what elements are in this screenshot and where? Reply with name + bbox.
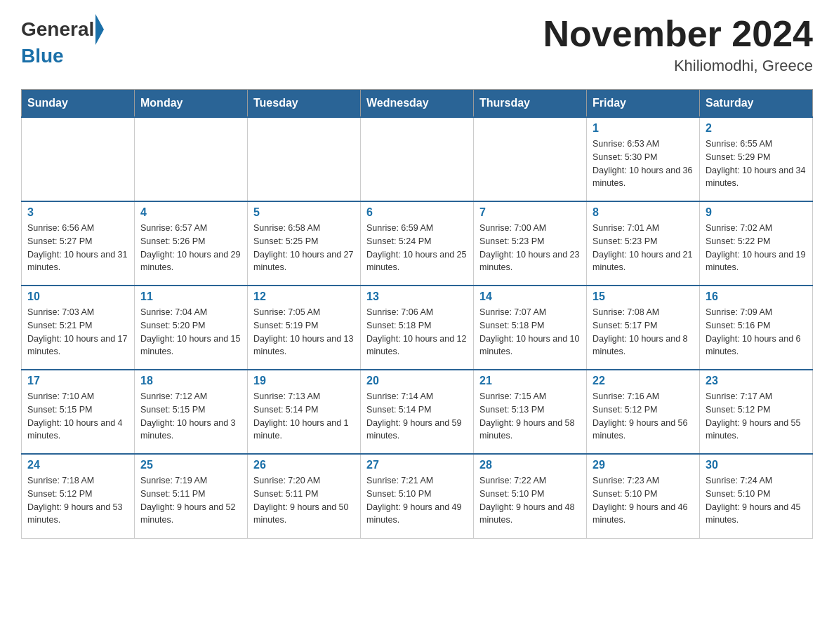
- day-number: 26: [253, 459, 355, 471]
- day-info: Sunrise: 7:19 AMSunset: 5:11 PMDaylight:…: [140, 474, 241, 527]
- calendar-cell-w1d2: [248, 117, 361, 201]
- day-number: 23: [706, 375, 807, 387]
- header-monday: Monday: [135, 90, 248, 118]
- calendar-cell-w4d4: 21Sunrise: 7:15 AMSunset: 5:13 PMDayligh…: [474, 370, 587, 454]
- day-number: 14: [479, 290, 581, 303]
- week-row-5: 24Sunrise: 7:18 AMSunset: 5:12 PMDayligh…: [22, 454, 813, 538]
- day-number: 13: [366, 290, 468, 303]
- week-row-3: 10Sunrise: 7:03 AMSunset: 5:21 PMDayligh…: [22, 286, 813, 370]
- calendar-cell-w2d0: 3Sunrise: 6:56 AMSunset: 5:27 PMDaylight…: [22, 201, 135, 286]
- month-title: November 2024: [543, 14, 813, 54]
- day-info: Sunrise: 6:59 AMSunset: 5:24 PMDaylight:…: [366, 222, 468, 274]
- calendar-cell-w1d5: 1Sunrise: 6:53 AMSunset: 5:30 PMDaylight…: [587, 117, 700, 201]
- day-number: 2: [706, 122, 807, 135]
- location-title: Khiliomodhi, Greece: [543, 57, 813, 75]
- day-number: 8: [593, 206, 694, 219]
- calendar-cell-w1d1: [135, 117, 248, 201]
- calendar-cell-w1d6: 2Sunrise: 6:55 AMSunset: 5:29 PMDaylight…: [700, 117, 813, 201]
- calendar-cell-w2d5: 8Sunrise: 7:01 AMSunset: 5:23 PMDaylight…: [587, 201, 700, 286]
- day-info: Sunrise: 7:20 AMSunset: 5:11 PMDaylight:…: [253, 474, 355, 527]
- calendar-title-area: November 2024 Khiliomodhi, Greece: [543, 14, 813, 75]
- calendar-cell-w1d4: [474, 117, 587, 201]
- calendar-cell-w3d4: 14Sunrise: 7:07 AMSunset: 5:18 PMDayligh…: [474, 286, 587, 370]
- calendar-cell-w4d0: 17Sunrise: 7:10 AMSunset: 5:15 PMDayligh…: [22, 370, 135, 454]
- calendar-cell-w1d0: [22, 117, 135, 201]
- calendar-cell-w5d6: 30Sunrise: 7:24 AMSunset: 5:10 PMDayligh…: [700, 454, 813, 538]
- header-sunday: Sunday: [22, 90, 135, 118]
- header-friday: Friday: [587, 90, 700, 118]
- calendar-cell-w5d5: 29Sunrise: 7:23 AMSunset: 5:10 PMDayligh…: [587, 454, 700, 538]
- day-info: Sunrise: 7:21 AMSunset: 5:10 PMDaylight:…: [366, 474, 468, 527]
- day-info: Sunrise: 7:15 AMSunset: 5:13 PMDaylight:…: [479, 390, 581, 443]
- day-info: Sunrise: 7:24 AMSunset: 5:10 PMDaylight:…: [706, 474, 807, 527]
- day-number: 24: [27, 459, 128, 471]
- calendar-cell-w5d0: 24Sunrise: 7:18 AMSunset: 5:12 PMDayligh…: [22, 454, 135, 538]
- calendar-cell-w1d3: [361, 117, 474, 201]
- calendar-cell-w3d3: 13Sunrise: 7:06 AMSunset: 5:18 PMDayligh…: [361, 286, 474, 370]
- day-number: 18: [140, 375, 241, 387]
- day-info: Sunrise: 7:01 AMSunset: 5:23 PMDaylight:…: [593, 222, 694, 274]
- weekday-header-row: Sunday Monday Tuesday Wednesday Thursday…: [22, 90, 813, 118]
- calendar-cell-w5d4: 28Sunrise: 7:22 AMSunset: 5:10 PMDayligh…: [474, 454, 587, 538]
- day-info: Sunrise: 7:04 AMSunset: 5:20 PMDaylight:…: [140, 306, 241, 358]
- day-number: 29: [593, 459, 694, 471]
- day-number: 1: [593, 122, 694, 135]
- day-info: Sunrise: 6:55 AMSunset: 5:29 PMDaylight:…: [706, 137, 807, 190]
- day-number: 16: [706, 290, 807, 303]
- week-row-1: 1Sunrise: 6:53 AMSunset: 5:30 PMDaylight…: [22, 117, 813, 201]
- day-info: Sunrise: 7:17 AMSunset: 5:12 PMDaylight:…: [706, 390, 807, 443]
- logo: General Blue: [21, 14, 104, 67]
- day-info: Sunrise: 7:10 AMSunset: 5:15 PMDaylight:…: [27, 390, 128, 443]
- day-number: 5: [253, 206, 355, 219]
- calendar-cell-w2d2: 5Sunrise: 6:58 AMSunset: 5:25 PMDaylight…: [248, 201, 361, 286]
- calendar-cell-w5d2: 26Sunrise: 7:20 AMSunset: 5:11 PMDayligh…: [248, 454, 361, 538]
- day-info: Sunrise: 6:53 AMSunset: 5:30 PMDaylight:…: [593, 137, 694, 190]
- day-info: Sunrise: 6:56 AMSunset: 5:27 PMDaylight:…: [27, 222, 128, 274]
- day-info: Sunrise: 6:58 AMSunset: 5:25 PMDaylight:…: [253, 222, 355, 274]
- calendar-cell-w3d2: 12Sunrise: 7:05 AMSunset: 5:19 PMDayligh…: [248, 286, 361, 370]
- calendar-cell-w4d1: 18Sunrise: 7:12 AMSunset: 5:15 PMDayligh…: [135, 370, 248, 454]
- day-info: Sunrise: 7:06 AMSunset: 5:18 PMDaylight:…: [366, 306, 468, 358]
- logo-arrow-icon: [95, 14, 104, 45]
- day-info: Sunrise: 7:14 AMSunset: 5:14 PMDaylight:…: [366, 390, 468, 443]
- day-info: Sunrise: 7:12 AMSunset: 5:15 PMDaylight:…: [140, 390, 241, 443]
- day-info: Sunrise: 7:23 AMSunset: 5:10 PMDaylight:…: [593, 474, 694, 527]
- day-info: Sunrise: 7:18 AMSunset: 5:12 PMDaylight:…: [27, 474, 128, 527]
- day-number: 17: [27, 375, 128, 387]
- day-number: 20: [366, 375, 468, 387]
- calendar-cell-w4d3: 20Sunrise: 7:14 AMSunset: 5:14 PMDayligh…: [361, 370, 474, 454]
- day-info: Sunrise: 7:03 AMSunset: 5:21 PMDaylight:…: [27, 306, 128, 358]
- calendar-cell-w2d6: 9Sunrise: 7:02 AMSunset: 5:22 PMDaylight…: [700, 201, 813, 286]
- day-info: Sunrise: 7:22 AMSunset: 5:10 PMDaylight:…: [479, 474, 581, 527]
- day-number: 15: [593, 290, 694, 303]
- calendar-cell-w5d3: 27Sunrise: 7:21 AMSunset: 5:10 PMDayligh…: [361, 454, 474, 538]
- logo-general-text: General: [21, 18, 94, 41]
- day-info: Sunrise: 6:57 AMSunset: 5:26 PMDaylight:…: [140, 222, 241, 274]
- day-number: 22: [593, 375, 694, 387]
- day-number: 7: [479, 206, 581, 219]
- day-number: 19: [253, 375, 355, 387]
- calendar-cell-w2d3: 6Sunrise: 6:59 AMSunset: 5:24 PMDaylight…: [361, 201, 474, 286]
- day-info: Sunrise: 7:02 AMSunset: 5:22 PMDaylight:…: [706, 222, 807, 274]
- day-number: 4: [140, 206, 241, 219]
- day-number: 30: [706, 459, 807, 471]
- calendar-table: Sunday Monday Tuesday Wednesday Thursday…: [21, 89, 813, 539]
- day-number: 11: [140, 290, 241, 303]
- header-thursday: Thursday: [474, 90, 587, 118]
- day-number: 3: [27, 206, 128, 219]
- day-number: 25: [140, 459, 241, 471]
- day-number: 9: [706, 206, 807, 219]
- header-wednesday: Wednesday: [361, 90, 474, 118]
- day-number: 6: [366, 206, 468, 219]
- day-info: Sunrise: 7:00 AMSunset: 5:23 PMDaylight:…: [479, 222, 581, 274]
- day-info: Sunrise: 7:05 AMSunset: 5:19 PMDaylight:…: [253, 306, 355, 358]
- page-header: General Blue November 2024 Khiliomodhi, …: [21, 14, 813, 75]
- header-tuesday: Tuesday: [248, 90, 361, 118]
- calendar-cell-w3d5: 15Sunrise: 7:08 AMSunset: 5:17 PMDayligh…: [587, 286, 700, 370]
- calendar-cell-w4d6: 23Sunrise: 7:17 AMSunset: 5:12 PMDayligh…: [700, 370, 813, 454]
- calendar-cell-w3d6: 16Sunrise: 7:09 AMSunset: 5:16 PMDayligh…: [700, 286, 813, 370]
- day-info: Sunrise: 7:16 AMSunset: 5:12 PMDaylight:…: [593, 390, 694, 443]
- day-number: 12: [253, 290, 355, 303]
- calendar-cell-w4d5: 22Sunrise: 7:16 AMSunset: 5:12 PMDayligh…: [587, 370, 700, 454]
- calendar-cell-w3d0: 10Sunrise: 7:03 AMSunset: 5:21 PMDayligh…: [22, 286, 135, 370]
